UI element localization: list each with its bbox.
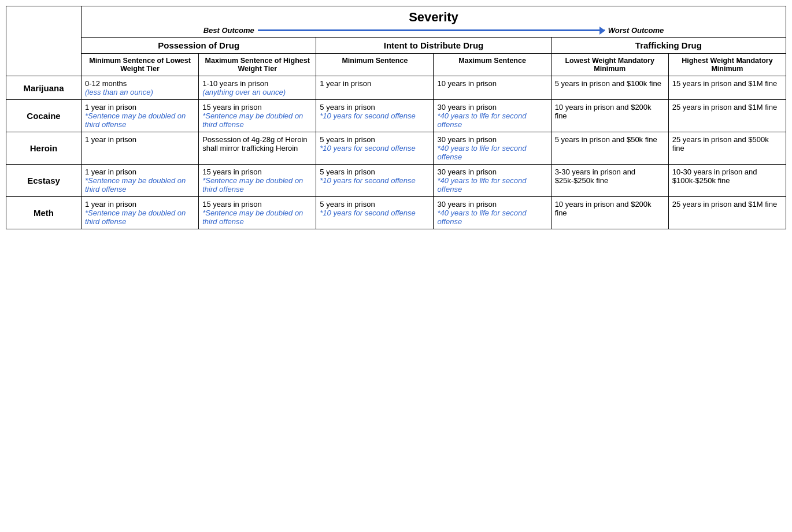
cell-note-text: *Sentence may be doubled on third offens…: [202, 209, 303, 226]
cell-main-text: 1 year in prison: [320, 79, 371, 88]
cell-main-text: 25 years in prison and $1M fine: [672, 103, 777, 111]
cell-main-text: 1-10 years in prison: [202, 79, 268, 88]
subheader-0: Minimum Sentence of Lowest Weight Tier: [82, 54, 199, 76]
cell-3-4: 3-30 years in prison and $25k-$250k fine: [551, 165, 668, 197]
cell-main-text: 1 year in prison: [85, 168, 136, 176]
cell-0-5: 15 years in prison and $1M fine: [668, 76, 786, 100]
cell-main-text: Possession of 4g-28g of Heroin shall mir…: [202, 135, 307, 152]
cell-main-text: 15 years in prison and $1M fine: [672, 79, 777, 88]
drug-label-marijuana: Marijuana: [6, 76, 82, 100]
subheader-3: Maximum Sentence: [434, 54, 551, 76]
cell-3-5: 10-30 years in prison and $100k-$250k fi…: [668, 165, 786, 197]
cell-main-text: 5 years in prison and $50k fine: [555, 135, 657, 144]
cell-main-text: 1 year in prison: [85, 200, 136, 209]
cell-0-0: 0-12 months(less than an ounce): [82, 76, 199, 100]
cell-main-text: 25 years in prison and $500k fine: [672, 135, 769, 152]
drug-label-meth: Meth: [6, 197, 82, 229]
cell-note-text: (anything over an ounce): [202, 88, 286, 96]
cell-3-0: 1 year in prison*Sentence may be doubled…: [82, 165, 199, 197]
cell-1-2: 5 years in prison*10 years for second of…: [316, 100, 434, 132]
cell-1-0: 1 year in prison*Sentence may be doubled…: [82, 100, 199, 132]
group-header-intent: Intent to Distribute Drug: [316, 38, 551, 54]
drug-label-ecstasy: Ecstasy: [6, 165, 82, 197]
subheader-1: Maximum Sentence of Highest Weight Tier: [199, 54, 316, 76]
cell-1-3: 30 years in prison*40 years to life for …: [434, 100, 551, 132]
cell-note-text: (less than an ounce): [85, 88, 153, 96]
worst-outcome-label: Worst Outcome: [608, 26, 664, 35]
cell-main-text: 5 years in prison: [320, 168, 375, 176]
subheader-4: Lowest Weight Mandatory Minimum: [551, 54, 668, 76]
cell-note-text: *10 years for second offense: [320, 144, 416, 152]
severity-title: Severity: [87, 10, 780, 25]
cell-note-text: *40 years to life for second offense: [437, 111, 526, 129]
cell-note-text: *Sentence may be doubled on third offens…: [202, 176, 303, 194]
cell-main-text: 5 years in prison: [320, 200, 375, 209]
cell-2-3: 30 years in prison*40 years to life for …: [434, 132, 551, 165]
group-header-trafficking: Trafficking Drug: [551, 38, 786, 54]
cell-main-text: 30 years in prison: [437, 200, 497, 209]
cell-note-text: *Sentence may be doubled on third offens…: [85, 111, 186, 129]
cell-main-text: 30 years in prison: [437, 103, 497, 111]
cell-note-text: *40 years to life for second offense: [437, 144, 526, 161]
cell-note-text: *10 years for second offense: [320, 209, 416, 217]
drug-label-heroin: Heroin: [6, 132, 82, 165]
cell-3-3: 30 years in prison*40 years to life for …: [434, 165, 551, 197]
cell-main-text: 10-30 years in prison and $100k-$250k fi…: [672, 168, 757, 185]
cell-main-text: 10 years in prison and $200k fine: [555, 103, 652, 120]
cell-main-text: 0-12 months: [85, 79, 127, 88]
arrow-row: Best Outcome Worst Outcome: [87, 25, 780, 37]
cell-1-4: 10 years in prison and $200k fine: [551, 100, 668, 132]
subheader-2: Minimum Sentence: [316, 54, 434, 76]
cell-main-text: 15 years in prison: [202, 200, 262, 209]
subheader-5: Highest Weight Mandatory Minimum: [668, 54, 786, 76]
cell-4-1: 15 years in prison*Sentence may be doubl…: [199, 197, 316, 229]
cell-main-text: 30 years in prison: [437, 168, 497, 176]
cell-main-text: 3-30 years in prison and $25k-$250k fine: [555, 168, 635, 185]
cell-4-3: 30 years in prison*40 years to life for …: [434, 197, 551, 229]
cell-note-text: *40 years to life for second offense: [437, 209, 526, 226]
cell-main-text: 1 year in prison: [85, 135, 136, 144]
cell-main-text: 10 years in prison: [437, 79, 497, 88]
cell-note-text: *Sentence may be doubled on third offens…: [202, 111, 303, 129]
severity-header: Severity Best Outcome Worst Outcome: [82, 6, 786, 38]
cell-1-5: 25 years in prison and $1M fine: [668, 100, 786, 132]
cell-main-text: 1 year in prison: [85, 103, 136, 111]
cell-note-text: *10 years for second offense: [320, 111, 416, 120]
cell-2-1: Possession of 4g-28g of Heroin shall mir…: [199, 132, 316, 165]
cell-main-text: 15 years in prison: [202, 168, 262, 176]
cell-1-1: 15 years in prison*Sentence may be doubl…: [199, 100, 316, 132]
cell-0-3: 10 years in prison: [434, 76, 551, 100]
cell-0-2: 1 year in prison: [316, 76, 434, 100]
cell-3-2: 5 years in prison*10 years for second of…: [316, 165, 434, 197]
cell-2-0: 1 year in prison: [82, 132, 199, 165]
cell-main-text: 30 years in prison: [437, 135, 497, 144]
cell-main-text: 5 years in prison: [320, 103, 375, 111]
cell-note-text: *40 years to life for second offense: [437, 176, 526, 194]
best-outcome-label: Best Outcome: [203, 26, 254, 35]
cell-note-text: *Sentence may be doubled on third offens…: [85, 176, 186, 194]
cell-4-2: 5 years in prison*10 years for second of…: [316, 197, 434, 229]
cell-main-text: 25 years in prison and $1M fine: [672, 200, 777, 209]
cell-2-4: 5 years in prison and $50k fine: [551, 132, 668, 165]
page-wrapper: Severity Best Outcome Worst Outcome Poss…: [6, 6, 786, 229]
drug-label-cocaine: Cocaine: [6, 100, 82, 132]
cell-main-text: 5 years in prison: [320, 135, 375, 144]
sentencing-table: Severity Best Outcome Worst Outcome Poss…: [6, 6, 786, 229]
cell-4-4: 10 years in prison and $200k fine: [551, 197, 668, 229]
cell-main-text: 15 years in prison: [202, 103, 262, 111]
cell-0-4: 5 years in prison and $100k fine: [551, 76, 668, 100]
cell-2-5: 25 years in prison and $500k fine: [668, 132, 786, 165]
cell-note-text: *10 years for second offense: [320, 176, 416, 185]
drug-column-header: [6, 6, 82, 76]
cell-note-text: *Sentence may be doubled on third offens…: [85, 209, 186, 226]
cell-3-1: 15 years in prison*Sentence may be doubl…: [199, 165, 316, 197]
cell-4-5: 25 years in prison and $1M fine: [668, 197, 786, 229]
cell-2-2: 5 years in prison*10 years for second of…: [316, 132, 434, 165]
group-header-possession: Possession of Drug: [82, 38, 316, 54]
cell-4-0: 1 year in prison*Sentence may be doubled…: [82, 197, 199, 229]
cell-0-1: 1-10 years in prison(anything over an ou…: [199, 76, 316, 100]
arrow-line: [258, 29, 605, 31]
cell-main-text: 5 years in prison and $100k fine: [555, 79, 661, 88]
cell-main-text: 10 years in prison and $200k fine: [555, 200, 652, 217]
